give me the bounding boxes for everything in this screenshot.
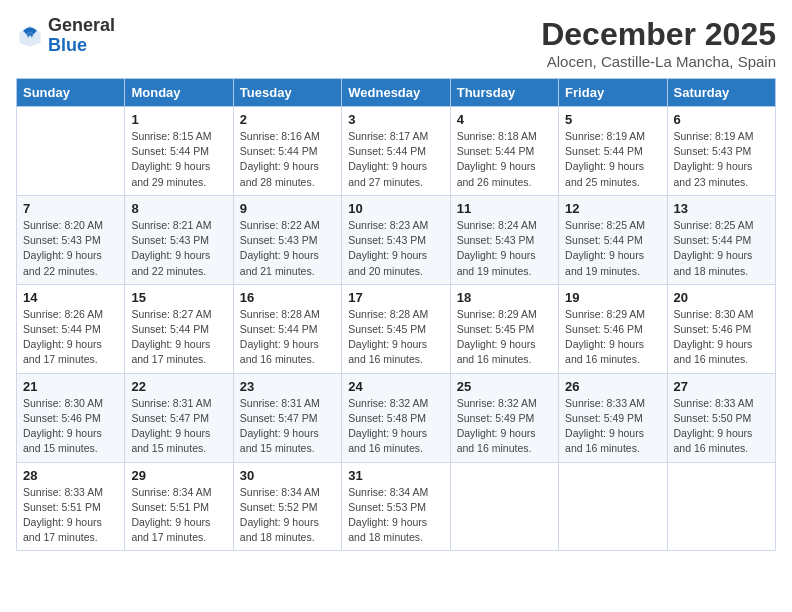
day-detail: Sunrise: 8:32 AMSunset: 5:48 PMDaylight:…	[348, 396, 443, 457]
column-header-tuesday: Tuesday	[233, 79, 341, 107]
calendar-cell: 15Sunrise: 8:27 AMSunset: 5:44 PMDayligh…	[125, 284, 233, 373]
day-detail: Sunrise: 8:34 AMSunset: 5:53 PMDaylight:…	[348, 485, 443, 546]
calendar-cell	[450, 462, 558, 551]
main-title: December 2025	[541, 16, 776, 53]
day-detail: Sunrise: 8:27 AMSunset: 5:44 PMDaylight:…	[131, 307, 226, 368]
day-detail: Sunrise: 8:33 AMSunset: 5:49 PMDaylight:…	[565, 396, 660, 457]
day-number: 13	[674, 201, 769, 216]
day-number: 29	[131, 468, 226, 483]
day-detail: Sunrise: 8:34 AMSunset: 5:52 PMDaylight:…	[240, 485, 335, 546]
title-block: December 2025 Alocen, Castille-La Mancha…	[541, 16, 776, 70]
day-number: 7	[23, 201, 118, 216]
logo: GeneralBlue	[16, 16, 115, 56]
calendar-week-row: 1Sunrise: 8:15 AMSunset: 5:44 PMDaylight…	[17, 107, 776, 196]
day-number: 12	[565, 201, 660, 216]
calendar-cell: 8Sunrise: 8:21 AMSunset: 5:43 PMDaylight…	[125, 195, 233, 284]
calendar-cell: 30Sunrise: 8:34 AMSunset: 5:52 PMDayligh…	[233, 462, 341, 551]
day-number: 14	[23, 290, 118, 305]
day-number: 4	[457, 112, 552, 127]
calendar-header-row: SundayMondayTuesdayWednesdayThursdayFrid…	[17, 79, 776, 107]
calendar-week-row: 28Sunrise: 8:33 AMSunset: 5:51 PMDayligh…	[17, 462, 776, 551]
day-number: 20	[674, 290, 769, 305]
day-detail: Sunrise: 8:32 AMSunset: 5:49 PMDaylight:…	[457, 396, 552, 457]
day-number: 18	[457, 290, 552, 305]
calendar-cell: 28Sunrise: 8:33 AMSunset: 5:51 PMDayligh…	[17, 462, 125, 551]
day-number: 15	[131, 290, 226, 305]
day-number: 31	[348, 468, 443, 483]
calendar-cell: 4Sunrise: 8:18 AMSunset: 5:44 PMDaylight…	[450, 107, 558, 196]
day-number: 26	[565, 379, 660, 394]
calendar-cell: 2Sunrise: 8:16 AMSunset: 5:44 PMDaylight…	[233, 107, 341, 196]
calendar-cell: 13Sunrise: 8:25 AMSunset: 5:44 PMDayligh…	[667, 195, 775, 284]
column-header-saturday: Saturday	[667, 79, 775, 107]
day-detail: Sunrise: 8:34 AMSunset: 5:51 PMDaylight:…	[131, 485, 226, 546]
calendar-cell: 31Sunrise: 8:34 AMSunset: 5:53 PMDayligh…	[342, 462, 450, 551]
calendar-cell: 23Sunrise: 8:31 AMSunset: 5:47 PMDayligh…	[233, 373, 341, 462]
day-number: 23	[240, 379, 335, 394]
calendar-cell: 26Sunrise: 8:33 AMSunset: 5:49 PMDayligh…	[559, 373, 667, 462]
calendar-cell: 27Sunrise: 8:33 AMSunset: 5:50 PMDayligh…	[667, 373, 775, 462]
day-detail: Sunrise: 8:33 AMSunset: 5:50 PMDaylight:…	[674, 396, 769, 457]
logo-icon	[16, 22, 44, 50]
day-detail: Sunrise: 8:17 AMSunset: 5:44 PMDaylight:…	[348, 129, 443, 190]
day-detail: Sunrise: 8:28 AMSunset: 5:44 PMDaylight:…	[240, 307, 335, 368]
day-number: 22	[131, 379, 226, 394]
day-number: 19	[565, 290, 660, 305]
day-detail: Sunrise: 8:31 AMSunset: 5:47 PMDaylight:…	[240, 396, 335, 457]
calendar-week-row: 14Sunrise: 8:26 AMSunset: 5:44 PMDayligh…	[17, 284, 776, 373]
day-number: 5	[565, 112, 660, 127]
calendar-cell: 14Sunrise: 8:26 AMSunset: 5:44 PMDayligh…	[17, 284, 125, 373]
day-number: 8	[131, 201, 226, 216]
day-detail: Sunrise: 8:24 AMSunset: 5:43 PMDaylight:…	[457, 218, 552, 279]
day-number: 9	[240, 201, 335, 216]
day-detail: Sunrise: 8:20 AMSunset: 5:43 PMDaylight:…	[23, 218, 118, 279]
calendar-cell: 25Sunrise: 8:32 AMSunset: 5:49 PMDayligh…	[450, 373, 558, 462]
calendar-cell: 9Sunrise: 8:22 AMSunset: 5:43 PMDaylight…	[233, 195, 341, 284]
day-detail: Sunrise: 8:22 AMSunset: 5:43 PMDaylight:…	[240, 218, 335, 279]
calendar-cell: 21Sunrise: 8:30 AMSunset: 5:46 PMDayligh…	[17, 373, 125, 462]
calendar-cell: 5Sunrise: 8:19 AMSunset: 5:44 PMDaylight…	[559, 107, 667, 196]
day-detail: Sunrise: 8:30 AMSunset: 5:46 PMDaylight:…	[23, 396, 118, 457]
day-number: 21	[23, 379, 118, 394]
day-number: 11	[457, 201, 552, 216]
day-number: 28	[23, 468, 118, 483]
day-detail: Sunrise: 8:29 AMSunset: 5:46 PMDaylight:…	[565, 307, 660, 368]
calendar-cell: 12Sunrise: 8:25 AMSunset: 5:44 PMDayligh…	[559, 195, 667, 284]
day-number: 25	[457, 379, 552, 394]
day-number: 3	[348, 112, 443, 127]
day-detail: Sunrise: 8:25 AMSunset: 5:44 PMDaylight:…	[565, 218, 660, 279]
day-number: 1	[131, 112, 226, 127]
calendar-cell: 11Sunrise: 8:24 AMSunset: 5:43 PMDayligh…	[450, 195, 558, 284]
day-detail: Sunrise: 8:18 AMSunset: 5:44 PMDaylight:…	[457, 129, 552, 190]
day-detail: Sunrise: 8:29 AMSunset: 5:45 PMDaylight:…	[457, 307, 552, 368]
day-detail: Sunrise: 8:19 AMSunset: 5:43 PMDaylight:…	[674, 129, 769, 190]
calendar-cell: 29Sunrise: 8:34 AMSunset: 5:51 PMDayligh…	[125, 462, 233, 551]
column-header-monday: Monday	[125, 79, 233, 107]
calendar-cell: 18Sunrise: 8:29 AMSunset: 5:45 PMDayligh…	[450, 284, 558, 373]
day-number: 24	[348, 379, 443, 394]
day-detail: Sunrise: 8:16 AMSunset: 5:44 PMDaylight:…	[240, 129, 335, 190]
day-number: 27	[674, 379, 769, 394]
calendar-cell	[667, 462, 775, 551]
column-header-thursday: Thursday	[450, 79, 558, 107]
column-header-wednesday: Wednesday	[342, 79, 450, 107]
calendar-cell: 3Sunrise: 8:17 AMSunset: 5:44 PMDaylight…	[342, 107, 450, 196]
calendar-cell: 22Sunrise: 8:31 AMSunset: 5:47 PMDayligh…	[125, 373, 233, 462]
day-number: 2	[240, 112, 335, 127]
day-number: 30	[240, 468, 335, 483]
calendar-cell: 24Sunrise: 8:32 AMSunset: 5:48 PMDayligh…	[342, 373, 450, 462]
calendar-cell: 1Sunrise: 8:15 AMSunset: 5:44 PMDaylight…	[125, 107, 233, 196]
day-detail: Sunrise: 8:28 AMSunset: 5:45 PMDaylight:…	[348, 307, 443, 368]
calendar-cell: 19Sunrise: 8:29 AMSunset: 5:46 PMDayligh…	[559, 284, 667, 373]
calendar-week-row: 21Sunrise: 8:30 AMSunset: 5:46 PMDayligh…	[17, 373, 776, 462]
calendar-cell: 17Sunrise: 8:28 AMSunset: 5:45 PMDayligh…	[342, 284, 450, 373]
day-number: 17	[348, 290, 443, 305]
day-detail: Sunrise: 8:23 AMSunset: 5:43 PMDaylight:…	[348, 218, 443, 279]
column-header-friday: Friday	[559, 79, 667, 107]
day-detail: Sunrise: 8:15 AMSunset: 5:44 PMDaylight:…	[131, 129, 226, 190]
calendar-table: SundayMondayTuesdayWednesdayThursdayFrid…	[16, 78, 776, 551]
calendar-week-row: 7Sunrise: 8:20 AMSunset: 5:43 PMDaylight…	[17, 195, 776, 284]
calendar-cell: 7Sunrise: 8:20 AMSunset: 5:43 PMDaylight…	[17, 195, 125, 284]
day-detail: Sunrise: 8:26 AMSunset: 5:44 PMDaylight:…	[23, 307, 118, 368]
day-number: 16	[240, 290, 335, 305]
